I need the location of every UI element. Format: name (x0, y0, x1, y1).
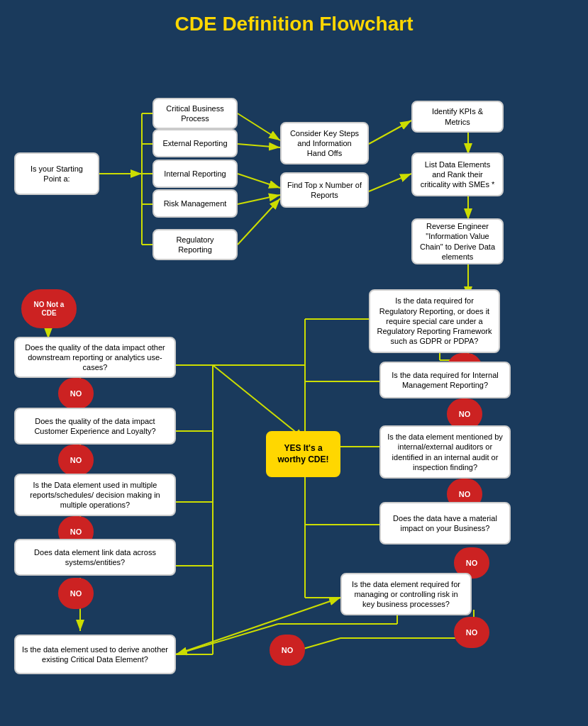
svg-line-14 (369, 174, 411, 191)
risk-management-box: Risk Management (152, 189, 238, 218)
yes-cde-box: YES It's a worthy CDE! (266, 431, 340, 477)
critical-business-box: Critical Business Process (152, 98, 238, 129)
derive-cde-question-box: Is the data element used to derive anoth… (14, 635, 176, 674)
no-derive-badge: NO (270, 635, 305, 666)
list-data-elements-box: List Data Elements and Rank their critic… (411, 152, 504, 196)
svg-line-41 (213, 365, 305, 440)
no-risk-badge: NO (454, 617, 489, 648)
svg-line-8 (238, 113, 280, 140)
no2-badge: NO (58, 445, 94, 476)
internal-reporting-box: Internal Reporting (152, 160, 238, 188)
multiple-reports-question-box: Is the Data element used in multiple rep… (14, 474, 176, 516)
not-a-cde-box: NO Not a CDE (21, 289, 77, 328)
svg-line-11 (238, 195, 280, 204)
svg-line-47 (176, 598, 340, 654)
risk-processes-question-box: Is the data element required for managin… (340, 573, 472, 615)
svg-line-13 (369, 121, 411, 144)
page-title: CDE Definition Flowchart (0, 0, 588, 43)
material-impact-question-box: Does the data have a material impact on … (379, 502, 511, 544)
link-data-question-box: Does data element link data across syste… (14, 539, 176, 576)
reverse-engineer-box: Reverse Engineer "Information Value Chai… (411, 218, 504, 264)
starting-point-box: Is your Starting Point a: (14, 152, 99, 195)
svg-line-12 (238, 199, 280, 245)
consider-key-steps-box: Consider Key Steps and Information Hand … (280, 122, 369, 164)
regulatory-reporting-box: Regulatory Reporting (152, 229, 238, 260)
svg-line-10 (238, 174, 280, 188)
no4-badge: NO (58, 578, 94, 609)
svg-line-9 (238, 144, 280, 147)
svg-line-53 (176, 624, 278, 654)
identify-kpis-box: Identify KPIs & Metrics (411, 101, 504, 133)
auditors-question-box: Is the data element mentioned by interna… (379, 425, 511, 479)
regulatory-question-box: Is the data required for Regulatory Repo… (369, 289, 500, 353)
internal-mgmt-question-box: Is the data required for Internal Manage… (379, 362, 511, 398)
external-reporting-box: External Reporting (152, 129, 238, 157)
find-top-x-box: Find Top x Number of Reports (280, 172, 369, 208)
no1-badge: NO (58, 378, 94, 409)
downstream-question-box: Does the quality of the data impact othe… (14, 337, 176, 378)
customer-exp-question-box: Does the quality of the data impact Cust… (14, 408, 176, 445)
